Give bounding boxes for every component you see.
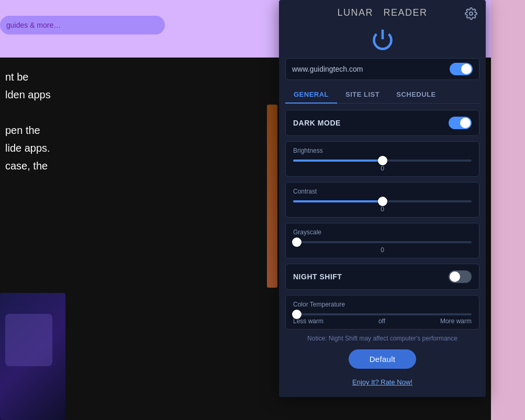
color-temperature-thumb[interactable]: [292, 310, 301, 319]
lunar-reader-panel: Lunar Reader www.guidingtech.com GENERAL: [279, 0, 486, 397]
url-toggle-knob: [461, 64, 472, 74]
url-text: www.guidingtech.com: [292, 65, 363, 73]
title-reader: Reader: [384, 7, 428, 18]
title-lunar: Lunar: [337, 7, 373, 18]
gear-icon[interactable]: [465, 7, 477, 20]
contrast-track[interactable]: [293, 200, 472, 202]
night-shift-toggle[interactable]: [449, 270, 472, 283]
rate-link-container: Enjoy It? Rate Now!: [285, 377, 479, 387]
panel-header: Lunar Reader: [279, 0, 486, 24]
contrast-value: 0: [293, 206, 472, 213]
url-toggle[interactable]: [450, 63, 473, 75]
brightness-fill: [293, 160, 383, 162]
rate-link[interactable]: Enjoy It? Rate Now!: [352, 378, 412, 386]
dark-mode-toggle-knob: [460, 118, 471, 128]
night-shift-label: NIGHT SHIFT: [293, 273, 342, 281]
dark-mode-toggle[interactable]: [449, 117, 472, 129]
color-temp-labels: Less warm off More warm: [293, 317, 472, 325]
tab-schedule[interactable]: SCHEDULE: [388, 86, 444, 103]
svg-point-0: [470, 12, 473, 15]
deco-element: [267, 105, 277, 288]
brightness-thumb[interactable]: [378, 156, 387, 165]
color-temp-status: off: [378, 317, 385, 325]
brightness-section: Brightness 0: [285, 141, 479, 177]
default-button[interactable]: Default: [349, 349, 417, 369]
contrast-thumb[interactable]: [378, 197, 387, 206]
grayscale-value: 0: [293, 246, 472, 254]
url-bar: www.guidingtech.com: [285, 58, 479, 80]
color-temperature-track[interactable]: [293, 313, 472, 315]
bg-pill-text: guides & more…: [6, 21, 61, 29]
color-temperature-section: Color Temperature Less warm off More war…: [285, 295, 479, 330]
notice-text: Notice: Night Shift may affect computer'…: [285, 335, 479, 342]
color-temperature-label: Color Temperature: [293, 301, 472, 308]
grayscale-track[interactable]: [293, 241, 472, 243]
bg-side-overlay: [5, 314, 52, 366]
tabs-container: GENERAL SITE LIST SCHEDULE: [285, 86, 479, 104]
dark-mode-row: DARK MODE: [285, 110, 479, 136]
power-icon[interactable]: [371, 28, 394, 51]
bg-content-text: nt be lden apps pen the lide apps. case,…: [5, 68, 51, 175]
grayscale-label: Grayscale: [293, 229, 472, 236]
brightness-label: Brightness: [293, 147, 472, 154]
brightness-value: 0: [293, 165, 472, 172]
night-shift-toggle-knob: [450, 271, 460, 282]
grayscale-section: Grayscale 0: [285, 223, 479, 258]
contrast-section: Contrast 0: [285, 182, 479, 218]
tab-site-list[interactable]: SITE LIST: [337, 86, 388, 103]
brightness-track[interactable]: [293, 160, 472, 162]
color-temp-more-label: More warm: [440, 317, 472, 325]
dark-mode-label: DARK MODE: [293, 119, 341, 127]
contrast-fill: [293, 200, 383, 202]
bg-right: [491, 0, 525, 420]
bg-pill: guides & more…: [0, 16, 165, 35]
contrast-label: Contrast: [293, 188, 472, 195]
grayscale-thumb[interactable]: [292, 237, 301, 247]
panel-title: Lunar Reader: [337, 7, 427, 18]
power-container: [279, 24, 486, 58]
tab-general[interactable]: GENERAL: [285, 86, 337, 104]
night-shift-row: NIGHT SHIFT: [285, 264, 479, 290]
